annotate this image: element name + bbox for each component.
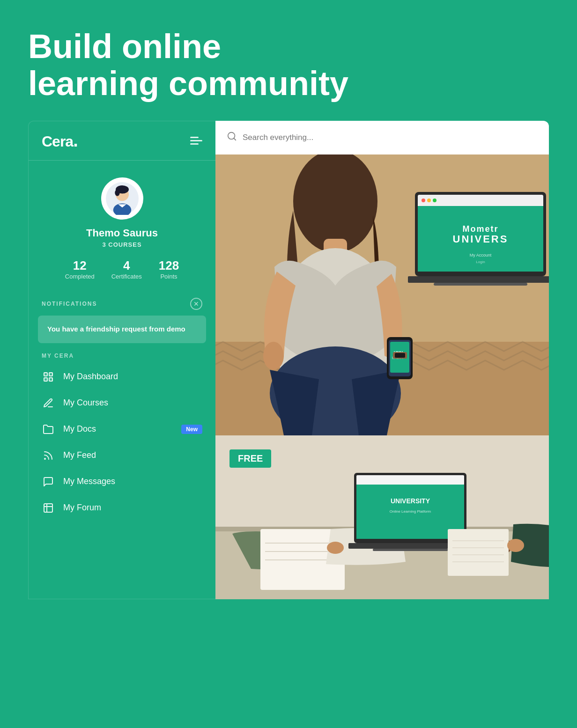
notification-card: You have a friendship request from demo <box>38 316 206 343</box>
svg-point-33 <box>422 199 425 202</box>
notifications-close-button[interactable]: ✕ <box>190 298 202 310</box>
stat-certificates: 4 Certificates <box>111 258 142 280</box>
svg-point-4 <box>115 190 120 196</box>
svg-rect-6 <box>49 373 52 376</box>
svg-rect-29 <box>395 353 405 358</box>
svg-point-70 <box>507 539 524 552</box>
notification-text: You have a friendship request from demo <box>47 324 197 335</box>
profile-section: Themo Saurus 3 Courses 12 Completed 4 Ce… <box>29 161 215 293</box>
svg-text:Login: Login <box>476 260 485 264</box>
rss-icon <box>42 450 55 461</box>
sidebar-header: Cera. <box>29 121 215 161</box>
svg-rect-60 <box>373 549 448 551</box>
svg-rect-41 <box>408 276 549 283</box>
my-cera-label: My Cera <box>29 353 215 359</box>
sidebar-item-dashboard[interactable]: My Dashboard <box>29 364 215 390</box>
hero-title: Build online learning community <box>28 28 549 102</box>
stat-completed-label: Completed <box>65 273 95 280</box>
sidebar-item-docs[interactable]: My Docs New <box>29 416 215 442</box>
right-panel: UNIV ERSITY <box>215 121 549 599</box>
hamburger-button[interactable] <box>190 137 202 145</box>
notifications-label: Notifications <box>42 301 97 307</box>
svg-rect-55 <box>356 475 464 485</box>
free-badge: FREE <box>229 449 271 468</box>
svg-text:My Account: My Account <box>470 253 492 257</box>
search-input[interactable] <box>243 133 538 142</box>
sidebar-item-feed-label: My Feed <box>63 450 202 460</box>
stat-certificates-value: 4 <box>123 258 130 273</box>
stat-completed-value: 12 <box>73 258 87 273</box>
svg-point-17 <box>293 154 377 253</box>
sidebar-item-courses-label: My Courses <box>63 398 202 408</box>
main-layout: Cera. <box>28 121 549 599</box>
my-cera-section: My Cera My Dashboard <box>29 353 215 521</box>
svg-rect-10 <box>44 504 52 512</box>
notifications-header: Notifications ✕ <box>38 298 206 310</box>
svg-point-52 <box>327 542 344 554</box>
sidebar-item-forum-label: My Forum <box>63 503 202 513</box>
profile-courses: 3 Courses <box>102 241 141 248</box>
free-image: FREE <box>215 435 549 599</box>
svg-line-14 <box>234 139 236 140</box>
svg-point-21 <box>263 342 284 370</box>
svg-rect-65 <box>448 529 509 576</box>
stat-points-value: 128 <box>159 258 179 273</box>
stat-completed: 12 Completed <box>65 258 95 280</box>
message-icon <box>42 476 55 487</box>
hamburger-line-1 <box>190 137 199 138</box>
grid-icon <box>42 371 55 382</box>
sidebar: Cera. <box>28 121 215 599</box>
stat-points: 128 Points <box>159 258 179 280</box>
search-bar <box>215 121 549 154</box>
hero-image-content: UNIV ERSITY <box>215 154 549 435</box>
svg-rect-7 <box>44 378 47 381</box>
svg-rect-42 <box>434 283 527 286</box>
svg-text:Online Learning Platform: Online Learning Platform <box>390 509 431 514</box>
svg-point-35 <box>433 199 436 202</box>
svg-rect-32 <box>418 195 543 206</box>
pen-icon <box>42 397 55 409</box>
sidebar-item-docs-label: My Docs <box>63 424 173 434</box>
svg-text:UNIVERS: UNIVERS <box>453 233 509 245</box>
folder-icon <box>42 424 55 435</box>
sidebar-item-feed[interactable]: My Feed <box>29 442 215 469</box>
svg-rect-5 <box>44 373 47 376</box>
logo: Cera. <box>42 131 78 151</box>
sidebar-item-messages-label: My Messages <box>63 477 202 486</box>
hamburger-line-2 <box>190 140 202 141</box>
avatar <box>101 177 143 220</box>
docs-new-badge: New <box>181 425 202 434</box>
hamburger-line-3 <box>190 143 199 145</box>
sidebar-item-courses[interactable]: My Courses <box>29 390 215 416</box>
svg-point-9 <box>44 458 45 459</box>
svg-text:UNIVERSITY: UNIVERSITY <box>391 497 430 505</box>
search-icon <box>227 131 237 144</box>
sidebar-item-forum[interactable]: My Forum <box>29 495 215 521</box>
stat-points-label: Points <box>160 273 177 280</box>
forum-icon <box>42 502 55 514</box>
hero-image: UNIV ERSITY <box>215 154 549 435</box>
profile-name: Themo Saurus <box>86 227 158 239</box>
hero-section: Build online learning community <box>0 0 577 121</box>
svg-text:Mometr: Mometr <box>462 224 498 234</box>
sidebar-item-dashboard-label: My Dashboard <box>63 372 202 382</box>
notifications-section: Notifications ✕ You have a friendship re… <box>38 298 206 343</box>
profile-stats: 12 Completed 4 Certificates 128 Points <box>65 258 179 280</box>
stat-certificates-label: Certificates <box>111 273 142 280</box>
sidebar-item-messages[interactable]: My Messages <box>29 469 215 495</box>
svg-point-34 <box>427 199 431 202</box>
svg-rect-8 <box>49 378 52 381</box>
